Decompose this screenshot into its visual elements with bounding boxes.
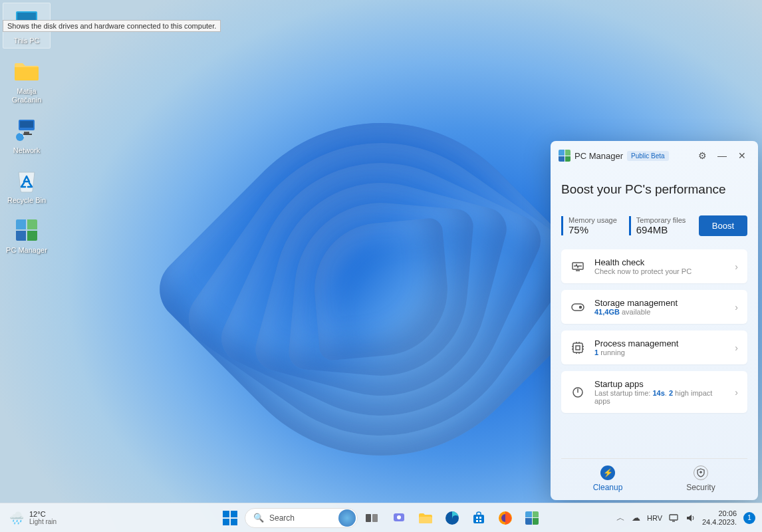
desktop-icon-pc-manager[interactable]: PC Manager: [3, 213, 51, 257]
desktop-icon-label: Network: [13, 146, 40, 155]
stat-value: 75%: [569, 224, 617, 235]
tray-overflow-button[interactable]: ︿: [616, 512, 625, 524]
pc-manager-icon: [12, 215, 41, 245]
svg-rect-5: [20, 121, 33, 128]
close-button[interactable]: ✕: [734, 148, 750, 164]
svg-rect-6: [24, 132, 29, 134]
settings-button[interactable]: ⚙: [694, 148, 710, 164]
pc-manager-bottom-tabs: ⚡ Cleanup Security: [561, 458, 747, 500]
desktop-icon-user-folder[interactable]: Matija Gračanin: [3, 54, 51, 107]
svg-point-11: [580, 306, 582, 308]
network-icon: [12, 116, 41, 145]
tab-label: Cleanup: [593, 483, 623, 492]
svg-point-18: [397, 515, 401, 519]
svg-rect-16: [372, 514, 378, 522]
storage-management-card[interactable]: Storage management 41,4GB available ›: [561, 290, 747, 324]
onedrive-icon[interactable]: ☁: [632, 513, 640, 523]
stat-value: 694MB: [636, 224, 686, 235]
process-management-card[interactable]: Process management 1 running ›: [561, 331, 747, 364]
card-title: Health check: [594, 257, 725, 267]
chat-button[interactable]: [387, 506, 411, 530]
chevron-right-icon: ›: [735, 342, 738, 353]
taskbar-clock[interactable]: 20:06 24.4.2023.: [702, 509, 737, 525]
startup-apps-card[interactable]: Startup apps Last startup time: 14s. 2 h…: [561, 371, 747, 413]
close-icon: ✕: [738, 150, 746, 161]
bolt-icon: ⚡: [600, 466, 615, 480]
boost-heading: Boost your PC's performance: [561, 182, 747, 197]
svg-rect-10: [572, 304, 584, 311]
taskbar-center: 🔍 Search: [218, 506, 544, 530]
file-explorer-button[interactable]: [414, 506, 438, 530]
search-icon: 🔍: [253, 513, 264, 523]
clock-date: 24.4.2023.: [702, 518, 737, 526]
svg-rect-12: [573, 343, 582, 352]
desktop-icon-label: Recycle Bin: [7, 196, 46, 205]
public-beta-badge: Public Beta: [627, 151, 669, 161]
tooltip-this-pc: Shows the disk drives and hardware conne…: [3, 20, 221, 32]
tab-security[interactable]: Security: [654, 459, 747, 500]
card-subtitle: 41,4GB available: [594, 308, 725, 316]
gear-icon: ⚙: [698, 150, 707, 161]
process-icon: [571, 340, 585, 355]
card-subtitle: Last startup time: 14s. 2 high impact ap…: [594, 389, 725, 405]
store-button[interactable]: [467, 506, 491, 530]
search-placeholder: Search: [269, 513, 349, 523]
card-subtitle: 1 running: [594, 348, 725, 356]
minimize-button[interactable]: —: [714, 148, 730, 164]
card-title: Startup apps: [594, 379, 725, 389]
desktop-icon-network[interactable]: Network: [3, 113, 51, 158]
chevron-right-icon: ›: [735, 387, 738, 398]
network-tray-icon[interactable]: [669, 513, 680, 523]
pc-manager-window: PC Manager Public Beta ⚙ — ✕ Boost your …: [551, 141, 758, 500]
notification-badge[interactable]: 1: [743, 512, 755, 524]
stats-row: Memory usage 75% Temporary files 694MB B…: [561, 215, 747, 236]
chevron-right-icon: ›: [735, 302, 738, 313]
svg-rect-25: [479, 520, 481, 522]
svg-rect-22: [476, 517, 478, 519]
desktop-icon-recycle-bin[interactable]: Recycle Bin: [3, 163, 51, 207]
tab-cleanup[interactable]: ⚡ Cleanup: [561, 459, 654, 500]
svg-rect-24: [476, 520, 478, 522]
firefox-icon: [498, 511, 513, 525]
desktop-icon-label: PC Manager: [6, 246, 47, 255]
firefox-button[interactable]: [493, 506, 517, 530]
taskbar-tray: ︿ ☁ HRV 20:06 24.4.2023. 1: [616, 509, 762, 525]
desktop-icon-label: This PC: [13, 37, 39, 45]
svg-rect-19: [419, 517, 432, 523]
task-view-button[interactable]: [360, 506, 384, 530]
search-emblem-icon: [338, 509, 356, 527]
clock-time: 20:06: [718, 509, 737, 517]
pc-manager-logo-icon: [559, 150, 571, 162]
pc-manager-taskbar-button[interactable]: [520, 506, 544, 530]
card-title: Storage management: [594, 298, 725, 308]
svg-rect-13: [576, 346, 580, 350]
store-icon: [472, 511, 485, 525]
chevron-right-icon: ›: [735, 261, 738, 272]
svg-rect-15: [366, 514, 371, 522]
taskbar: 🌧️ 12°C Light rain 🔍 Search ︿ ☁ HRV 20:0…: [0, 503, 762, 532]
pc-manager-titlebar: PC Manager Public Beta ⚙ — ✕: [551, 141, 758, 170]
edge-button[interactable]: [440, 506, 464, 530]
pc-manager-icon: [525, 511, 539, 525]
desktop-icons: This PC Matija Gračanin Network Recycle …: [0, 0, 53, 265]
stat-label: Temporary files: [636, 216, 686, 224]
health-check-card[interactable]: Health check Check now to protect your P…: [561, 249, 747, 283]
boost-button[interactable]: Boost: [699, 215, 747, 236]
power-icon: [571, 385, 585, 400]
volume-tray-icon[interactable]: [686, 513, 696, 523]
chat-icon: [392, 511, 406, 525]
desktop-icon-label: Matija Gračanin: [4, 87, 49, 104]
svg-rect-28: [670, 515, 678, 520]
folder-icon: [418, 512, 433, 524]
weather-icon: 🌧️: [9, 511, 24, 525]
taskbar-search[interactable]: 🔍 Search: [245, 508, 358, 528]
folder-icon: [12, 57, 41, 86]
windows-logo-icon: [223, 511, 237, 525]
weather-temp: 12°C: [29, 510, 57, 518]
start-button[interactable]: [218, 506, 242, 530]
shield-icon: [694, 466, 708, 480]
edge-icon: [445, 511, 459, 525]
language-indicator[interactable]: HRV: [647, 514, 662, 522]
taskbar-weather[interactable]: 🌧️ 12°C Light rain: [0, 510, 57, 525]
tab-label: Security: [686, 483, 715, 492]
